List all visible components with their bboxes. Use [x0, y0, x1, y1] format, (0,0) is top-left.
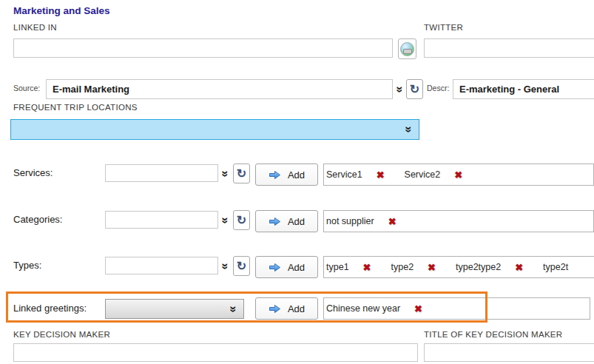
tag-label: type1 — [326, 262, 349, 272]
add-arrow-icon — [269, 263, 281, 272]
categories-chevron-double-down-icon[interactable]: « — [218, 215, 230, 226]
types-add-button[interactable]: Add — [255, 256, 318, 278]
chevron-double-down-icon: « — [402, 124, 414, 135]
refresh-icon: ↻ — [237, 260, 246, 272]
types-input[interactable] — [105, 257, 218, 274]
add-arrow-icon — [269, 170, 281, 180]
tag-label: Chinese new year — [326, 303, 400, 314]
tag: Chinese new year ✖ — [326, 303, 442, 314]
services-label: Services: — [13, 167, 53, 178]
categories-tags-box: not supplier ✖ — [323, 210, 594, 232]
categories-input[interactable] — [105, 211, 218, 229]
add-button-label: Add — [288, 216, 305, 227]
descr-label: Descr: — [427, 84, 449, 92]
frequent-trip-locations-select[interactable]: « — [10, 119, 419, 140]
types-label: Types: — [13, 260, 41, 271]
title-of-key-decision-maker-input[interactable] — [424, 343, 594, 362]
linked-greetings-add-button[interactable]: Add — [255, 297, 318, 320]
globe-link-icon — [400, 42, 414, 56]
marketing-and-sales-form: Marketing and Sales LINKED IN TWITTER So… — [0, 0, 594, 364]
types-refresh-button[interactable]: ↻ — [233, 256, 250, 276]
services-add-button[interactable]: Add — [255, 164, 318, 186]
chevron-double-down-icon: « — [226, 304, 238, 314]
add-button-label: Add — [288, 169, 305, 181]
source-chevron-double-down-icon[interactable]: « — [393, 84, 405, 95]
twitter-input[interactable] — [424, 38, 594, 58]
key-decision-maker-label: KEY DECISION MAKER — [13, 330, 110, 339]
linked-greetings-tags-box: Chinese new year ✖ — [323, 297, 590, 320]
types-tags-box: type1 ✖ type2 ✖ type2type2 ✖ type2t — [323, 256, 594, 278]
tag-label: type2type2 — [456, 262, 501, 272]
add-arrow-icon — [269, 217, 281, 226]
remove-tag-icon[interactable]: ✖ — [414, 304, 422, 314]
remove-tag-icon[interactable]: ✖ — [428, 263, 436, 272]
remove-tag-icon[interactable]: ✖ — [363, 263, 371, 272]
services-input[interactable] — [105, 164, 218, 182]
tag: Service2 ✖ — [405, 169, 483, 180]
page-title: Marketing and Sales — [13, 5, 110, 16]
key-decision-maker-input[interactable] — [13, 343, 418, 362]
remove-tag-icon[interactable]: ✖ — [454, 170, 462, 180]
tag-label: Service1 — [326, 169, 362, 180]
linkedin-label: LINKED IN — [13, 23, 57, 32]
tag: Service1 ✖ — [326, 169, 405, 180]
tag: type1 ✖ — [326, 262, 391, 272]
source-label: Source: — [13, 84, 40, 92]
remove-tag-icon[interactable]: ✖ — [377, 170, 385, 180]
linked-greetings-select[interactable]: « — [105, 299, 244, 319]
tag-label: Service2 — [405, 169, 441, 180]
services-chevron-double-down-icon[interactable]: « — [218, 169, 230, 179]
tag-label: type2 — [391, 262, 414, 272]
tag-label: type2t — [543, 262, 568, 272]
add-arrow-icon — [269, 304, 281, 314]
tag: type2type2 ✖ — [456, 262, 543, 272]
twitter-label: TWITTER — [424, 23, 463, 32]
add-button-label: Add — [288, 262, 305, 273]
tag-label: not supplier — [326, 216, 374, 226]
open-linkedin-link-button[interactable] — [398, 38, 416, 59]
services-refresh-button[interactable]: ↻ — [233, 164, 250, 183]
source-refresh-button[interactable]: ↻ — [406, 79, 423, 99]
linkedin-input[interactable] — [13, 38, 393, 58]
frequent-trip-locations-label: FREQUENT TRIP LOCATIONS — [13, 103, 138, 112]
tag: not supplier ✖ — [326, 216, 416, 226]
types-chevron-double-down-icon[interactable]: « — [218, 261, 230, 272]
descr-field[interactable]: E-marketing - General — [453, 79, 594, 99]
refresh-icon: ↻ — [410, 84, 419, 95]
remove-tag-icon[interactable]: ✖ — [388, 217, 396, 226]
add-button-label: Add — [288, 303, 305, 314]
categories-refresh-button[interactable]: ↻ — [233, 210, 250, 230]
tag: type2 ✖ — [391, 262, 456, 272]
source-field[interactable]: E-mail Marketing — [46, 79, 393, 99]
linked-greetings-label: Linked greetings: — [13, 303, 87, 314]
refresh-icon: ↻ — [237, 168, 246, 180]
categories-label: Categories: — [13, 214, 62, 225]
tag: type2t — [543, 262, 582, 272]
services-tags-box: Service1 ✖ Service2 ✖ — [323, 164, 594, 186]
remove-tag-icon[interactable]: ✖ — [515, 263, 523, 272]
title-of-key-decision-maker-label: TITLE OF KEY DECISION MAKER — [424, 330, 562, 339]
categories-add-button[interactable]: Add — [255, 210, 318, 232]
refresh-icon: ↻ — [237, 215, 246, 226]
